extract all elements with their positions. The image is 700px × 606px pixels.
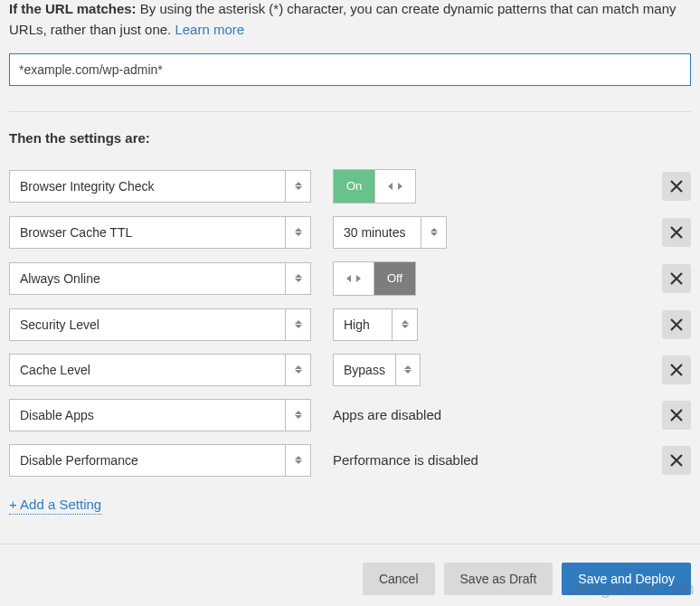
- close-icon: [670, 226, 683, 239]
- toggle-off-segment[interactable]: Off: [374, 262, 415, 295]
- setting-row: Always Online Off: [9, 261, 691, 296]
- setting-row: Disable Performance Performance is disab…: [9, 444, 691, 477]
- intro-text: If the URL matches: By using the asteris…: [9, 0, 691, 53]
- close-icon: [670, 272, 683, 285]
- setting-name-label: Browser Integrity Check: [10, 171, 285, 202]
- setting-row: Browser Cache TTL 30 minutes: [9, 216, 691, 249]
- setting-value-select[interactable]: Bypass: [333, 354, 421, 386]
- toggle-switch-segment[interactable]: [334, 262, 374, 295]
- footer-bar: Cancel Save as Draft Save and Deploy: [0, 544, 700, 595]
- select-handle-icon[interactable]: [421, 217, 446, 248]
- setting-name-select[interactable]: Cache Level: [9, 354, 311, 386]
- toggle-on[interactable]: On: [333, 169, 416, 204]
- close-icon: [670, 180, 683, 193]
- arrows-icon: [388, 182, 402, 191]
- setting-name-label: Disable Performance: [10, 445, 285, 476]
- setting-name-label: Browser Cache TTL: [10, 217, 285, 248]
- intro-label: If the URL matches:: [9, 1, 137, 16]
- select-handle-icon[interactable]: [285, 263, 310, 294]
- select-handle-icon[interactable]: [285, 309, 310, 340]
- add-setting-link[interactable]: + Add a Setting: [9, 497, 101, 515]
- close-icon: [670, 364, 683, 376]
- save-deploy-button[interactable]: Save and Deploy: [562, 563, 691, 595]
- status-text: Apps are disabled: [333, 407, 441, 422]
- setting-row: Disable Apps Apps are disabled: [9, 399, 691, 431]
- arrows-icon: [346, 274, 361, 283]
- setting-name-select[interactable]: Browser Integrity Check: [9, 170, 311, 203]
- setting-row: Browser Integrity Check On: [9, 169, 691, 204]
- toggle-switch-segment[interactable]: [374, 170, 415, 203]
- setting-name-select[interactable]: Security Level: [9, 308, 311, 341]
- setting-name-select[interactable]: Browser Cache TTL: [9, 216, 311, 249]
- setting-name-select[interactable]: Always Online: [9, 262, 311, 295]
- close-icon: [670, 318, 683, 331]
- remove-button[interactable]: [662, 264, 691, 293]
- setting-value-label: Bypass: [334, 355, 395, 385]
- setting-name-select[interactable]: Disable Apps: [9, 399, 311, 431]
- select-handle-icon[interactable]: [392, 309, 417, 340]
- toggle-off[interactable]: Off: [333, 261, 416, 296]
- setting-value-select[interactable]: High: [333, 308, 418, 341]
- select-handle-icon[interactable]: [285, 400, 310, 431]
- learn-more-link[interactable]: Learn more: [175, 22, 244, 37]
- toggle-on-segment[interactable]: On: [334, 170, 374, 203]
- select-handle-icon[interactable]: [285, 171, 310, 202]
- select-handle-icon[interactable]: [395, 355, 420, 385]
- setting-value-select[interactable]: 30 minutes: [333, 216, 447, 249]
- remove-button[interactable]: [662, 218, 691, 247]
- setting-value-label: High: [334, 309, 392, 340]
- remove-button[interactable]: [662, 172, 691, 201]
- remove-button[interactable]: [662, 446, 691, 475]
- remove-button[interactable]: [662, 355, 691, 384]
- setting-row: Security Level High: [9, 308, 691, 341]
- status-text: Performance is disabled: [333, 452, 478, 468]
- close-icon: [670, 454, 683, 467]
- save-draft-button[interactable]: Save as Draft: [444, 563, 553, 595]
- select-handle-icon[interactable]: [285, 217, 310, 248]
- setting-row: Cache Level Bypass: [9, 354, 691, 386]
- close-icon: [670, 409, 683, 421]
- divider: [9, 111, 691, 112]
- setting-name-label: Disable Apps: [10, 400, 285, 431]
- remove-button[interactable]: [662, 310, 691, 339]
- remove-button[interactable]: [662, 401, 691, 430]
- setting-name-label: Cache Level: [10, 355, 285, 385]
- select-handle-icon[interactable]: [285, 355, 310, 385]
- select-handle-icon[interactable]: [285, 445, 310, 476]
- section-title: Then the settings are:: [9, 130, 691, 146]
- setting-name-label: Security Level: [10, 309, 285, 340]
- setting-value-label: 30 minutes: [334, 217, 421, 248]
- setting-name-label: Always Online: [10, 263, 285, 294]
- cancel-button[interactable]: Cancel: [363, 563, 435, 595]
- url-pattern-input[interactable]: [9, 53, 691, 86]
- setting-name-select[interactable]: Disable Performance: [9, 444, 311, 477]
